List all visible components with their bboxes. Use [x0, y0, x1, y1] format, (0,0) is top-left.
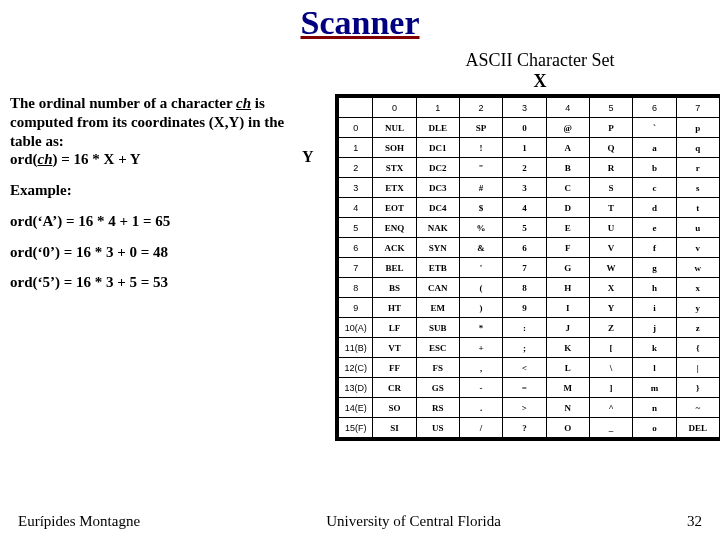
- row-header: 8: [339, 278, 373, 298]
- ascii-cell: ACK: [373, 238, 416, 258]
- ascii-cell: G: [546, 258, 589, 278]
- ascii-cell: q: [676, 138, 719, 158]
- ascii-cell: ,: [459, 358, 502, 378]
- ascii-cell: {: [676, 338, 719, 358]
- ascii-cell: N: [546, 398, 589, 418]
- ascii-cell: c: [633, 178, 676, 198]
- ascii-cell: 9: [503, 298, 546, 318]
- ascii-cell: DC1: [416, 138, 459, 158]
- ascii-cell: DC3: [416, 178, 459, 198]
- ascii-cell: SYN: [416, 238, 459, 258]
- ascii-cell: RS: [416, 398, 459, 418]
- ascii-cell: 8: [503, 278, 546, 298]
- row-header: 14(E): [339, 398, 373, 418]
- page-number: 32: [687, 513, 702, 530]
- footer-org: University of Central Florida: [326, 513, 501, 530]
- ascii-cell: 0: [503, 118, 546, 138]
- ascii-table: 01234567 0NULDLESP0@P`p1SOHDC1!1AQaq2STX…: [338, 97, 720, 438]
- ascii-cell: #: [459, 178, 502, 198]
- ascii-cell: .: [459, 398, 502, 418]
- example-1: ord(‘A’) = 16 * 4 + 1 = 65: [10, 212, 314, 231]
- ascii-cell: ]: [589, 378, 632, 398]
- ascii-cell: 7: [503, 258, 546, 278]
- ascii-cell: S: [589, 178, 632, 198]
- ascii-cell: STX: [373, 158, 416, 178]
- ascii-cell: F: [546, 238, 589, 258]
- footer-author: Eurípides Montagne: [18, 513, 140, 530]
- ascii-cell: 2: [503, 158, 546, 178]
- ascii-cell: :: [503, 318, 546, 338]
- ascii-cell: p: [676, 118, 719, 138]
- row-header: 11(B): [339, 338, 373, 358]
- ascii-cell: HT: [373, 298, 416, 318]
- ascii-cell: o: [633, 418, 676, 438]
- table-title: ASCII Character Set: [375, 50, 705, 71]
- ascii-cell: NUL: [373, 118, 416, 138]
- para1-a: The ordinal number of a character: [10, 95, 236, 111]
- ascii-cell: ): [459, 298, 502, 318]
- ascii-cell: W: [589, 258, 632, 278]
- ascii-cell: r: [676, 158, 719, 178]
- ascii-cell: L: [546, 358, 589, 378]
- ascii-cell: =: [503, 378, 546, 398]
- corner-cell: [339, 98, 373, 118]
- ascii-cell: ~: [676, 398, 719, 418]
- ascii-cell: k: [633, 338, 676, 358]
- formula-ch: ch: [38, 151, 53, 167]
- ascii-cell: <: [503, 358, 546, 378]
- ascii-cell: l: [633, 358, 676, 378]
- col-header: 6: [633, 98, 676, 118]
- ascii-cell: v: [676, 238, 719, 258]
- row-header: 7: [339, 258, 373, 278]
- ascii-cell: &: [459, 238, 502, 258]
- ascii-cell: 6: [503, 238, 546, 258]
- ascii-cell: C: [546, 178, 589, 198]
- ascii-cell: ': [459, 258, 502, 278]
- ascii-cell: h: [633, 278, 676, 298]
- row-header: 0: [339, 118, 373, 138]
- ascii-cell: SUB: [416, 318, 459, 338]
- formula-a: ord(: [10, 151, 38, 167]
- col-header: 4: [546, 98, 589, 118]
- ascii-cell: DC4: [416, 198, 459, 218]
- example-2: ord(‘0’) = 16 * 3 + 0 = 48: [10, 243, 314, 262]
- ascii-cell: j: [633, 318, 676, 338]
- ascii-cell: g: [633, 258, 676, 278]
- ascii-cell: 5: [503, 218, 546, 238]
- ascii-cell: CR: [373, 378, 416, 398]
- ascii-cell: ESC: [416, 338, 459, 358]
- ascii-cell: Q: [589, 138, 632, 158]
- ascii-cell: V: [589, 238, 632, 258]
- ascii-cell: }: [676, 378, 719, 398]
- row-header: 6: [339, 238, 373, 258]
- ascii-cell: %: [459, 218, 502, 238]
- ascii-cell: [: [589, 338, 632, 358]
- ascii-cell: -: [459, 378, 502, 398]
- ascii-cell: @: [546, 118, 589, 138]
- ascii-cell: BS: [373, 278, 416, 298]
- ascii-cell: ?: [503, 418, 546, 438]
- ascii-cell: _: [589, 418, 632, 438]
- row-header: 15(F): [339, 418, 373, 438]
- ascii-cell: SOH: [373, 138, 416, 158]
- ascii-cell: w: [676, 258, 719, 278]
- col-header: 3: [503, 98, 546, 118]
- ascii-cell: $: [459, 198, 502, 218]
- ascii-cell: (: [459, 278, 502, 298]
- ascii-cell: *: [459, 318, 502, 338]
- formula-c: ) = 16 * X + Y: [53, 151, 141, 167]
- ascii-cell: DEL: [676, 418, 719, 438]
- ascii-cell: \: [589, 358, 632, 378]
- ascii-cell: SP: [459, 118, 502, 138]
- ascii-cell: +: [459, 338, 502, 358]
- ascii-cell: BEL: [373, 258, 416, 278]
- row-header: 10(A): [339, 318, 373, 338]
- ascii-cell: i: [633, 298, 676, 318]
- example-heading: Example:: [10, 181, 314, 200]
- ascii-cell: s: [676, 178, 719, 198]
- ascii-cell: ;: [503, 338, 546, 358]
- col-header: 7: [676, 98, 719, 118]
- ascii-cell: LF: [373, 318, 416, 338]
- ascii-cell: x: [676, 278, 719, 298]
- ascii-cell: Z: [589, 318, 632, 338]
